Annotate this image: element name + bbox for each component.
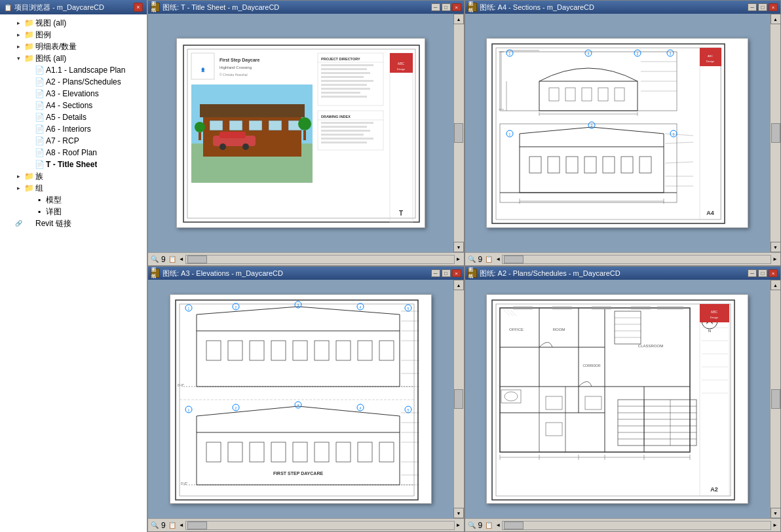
restore-elevations[interactable]: □	[442, 269, 451, 277]
scroll-down-title-sheet[interactable]: ▼	[453, 242, 464, 252]
scroll-right-plans[interactable]: ►	[772, 522, 778, 528]
sidebar-item-families[interactable]: ▸ 📁 族	[0, 170, 147, 182]
sidebar-item-views[interactable]: ▸ 📁 视图 (all)	[0, 17, 147, 29]
restore-plans[interactable]: □	[758, 269, 767, 277]
close-sections[interactable]: ×	[769, 3, 778, 11]
svg-text:Highland Crossing: Highland Crossing	[219, 66, 252, 69]
restore-title-sheet[interactable]: □	[442, 3, 451, 11]
toggle-sheets[interactable]: ▾	[13, 53, 24, 64]
sidebar-item-legends[interactable]: ▸ 📁 图例	[0, 29, 147, 41]
svg-rect-149	[336, 442, 351, 462]
scroll-left-plans[interactable]: ◄	[495, 522, 501, 528]
sidebar-item-a8[interactable]: 📄 A8 - Roof Plan	[0, 147, 147, 159]
titlebar-title-sheet: 图纸 图纸: T - Title Sheet - m_DaycareCD ─ □…	[148, 1, 464, 14]
sidebar-item-a3[interactable]: 📄 A3 - Elevations	[0, 88, 147, 100]
scroll-right-title-sheet[interactable]: ►	[456, 256, 461, 262]
scroll-right-elevations[interactable]: ►	[456, 522, 461, 528]
scroll-thumb-h-elevations[interactable]	[187, 522, 207, 529]
scroll-down-sections[interactable]: ▼	[771, 242, 781, 252]
scroll-track-h-sections[interactable]	[502, 255, 771, 264]
window-controls-plans: ─ □ ×	[748, 269, 778, 277]
svg-text:Design: Design	[710, 316, 718, 319]
svg-text:ABC: ABC	[711, 310, 718, 314]
scroll-left-elevations[interactable]: ◄	[179, 522, 184, 528]
scrollbar-h-sections[interactable]: ◄ ►	[495, 255, 778, 264]
sidebar-item-a6[interactable]: 📄 A6 - Interiors	[0, 123, 147, 135]
toggle-views[interactable]: ▸	[13, 18, 24, 28]
toggle-schedules[interactable]: ▸	[13, 41, 24, 52]
sidebar-item-a1[interactable]: 📄 A1.1 - Landscape Plan	[0, 64, 147, 76]
svg-text:N: N	[708, 329, 711, 333]
restore-sections[interactable]: □	[758, 3, 767, 11]
svg-point-189	[505, 392, 518, 401]
svg-rect-14	[249, 121, 262, 130]
scroll-thumb-h-title-sheet[interactable]	[187, 256, 207, 263]
sidebar-item-a2[interactable]: 📄 A2 - Plans/Schedules	[0, 76, 147, 88]
canvas-elevations[interactable]: 1 2 3 4 5	[148, 280, 453, 518]
toggle-families[interactable]: ▸	[13, 171, 24, 181]
scroll-down-elevations[interactable]: ▼	[453, 508, 464, 518]
sidebar-item-a5[interactable]: 📄 A5 - Details	[0, 111, 147, 123]
scroll-thumb-h-plans[interactable]	[504, 522, 524, 529]
scroll-thumb-h-sections[interactable]	[504, 256, 524, 263]
svg-rect-145	[250, 442, 264, 462]
scrollbar-v-plans[interactable]: ▲ ▼	[770, 280, 780, 518]
scroll-right-sections[interactable]: ►	[772, 256, 778, 262]
sheet-icon-a5: 📄	[34, 112, 45, 123]
close-plans[interactable]: ×	[769, 269, 778, 277]
minimize-sections[interactable]: ─	[748, 3, 757, 11]
toggle-legends[interactable]: ▸	[13, 29, 24, 40]
close-elevations[interactable]: ×	[452, 269, 461, 277]
scrollbar-v-sections[interactable]: ▲ ▼	[770, 14, 780, 252]
minimize-title-sheet[interactable]: ─	[431, 3, 440, 11]
sidebar-item-a4[interactable]: 📄 A4 - Sections	[0, 100, 147, 111]
svg-rect-190	[546, 396, 562, 409]
scroll-thumb-title-sheet[interactable]	[454, 123, 463, 143]
minimize-elevations[interactable]: ─	[431, 269, 440, 277]
sidebar-item-details[interactable]: ▪ 详图	[0, 206, 147, 218]
svg-text:1: 1	[509, 132, 511, 136]
toggle-groups[interactable]: ▸	[13, 183, 24, 193]
scroll-thumb-plans[interactable]	[771, 389, 780, 409]
sidebar-close-button[interactable]: ×	[134, 3, 143, 12]
close-title-sheet[interactable]: ×	[452, 3, 461, 11]
sidebar-item-models[interactable]: ▪ 模型	[0, 194, 147, 206]
svg-rect-116	[271, 341, 286, 360]
sidebar-item-revit-link[interactable]: 🔗 Revit 链接	[0, 218, 147, 229]
sidebar-item-t-title[interactable]: 📄 T - Title Sheet	[0, 159, 147, 170]
svg-text:CORRIDOR: CORRIDOR	[583, 364, 601, 368]
svg-rect-55	[549, 88, 559, 101]
scroll-up-sections[interactable]: ▲	[771, 14, 781, 24]
toggle-models	[24, 195, 34, 205]
scroll-down-plans[interactable]: ▼	[771, 508, 781, 518]
canvas-sections[interactable]: 1 2 3 4	[465, 14, 771, 252]
scroll-thumb-elevations[interactable]	[454, 389, 463, 409]
scrollbar-h-plans[interactable]: ◄ ►	[495, 521, 778, 530]
sidebar-item-schedules[interactable]: ▸ 📁 明细表/数量	[0, 41, 147, 52]
label-legends: 图例	[35, 29, 51, 41]
minimize-plans[interactable]: ─	[748, 269, 757, 277]
scroll-track-h-plans[interactable]	[502, 521, 771, 530]
scroll-left-sections[interactable]: ◄	[495, 256, 501, 262]
svg-text:2: 2	[235, 406, 237, 410]
scroll-track-h-title-sheet[interactable]	[185, 255, 455, 264]
scrollbar-v-elevations[interactable]: ▲ ▼	[453, 280, 464, 518]
scrollbar-h-title-sheet[interactable]: ◄ ►	[179, 255, 461, 264]
canvas-title-sheet[interactable]: 👤 First Step Daycare Highland Crossing ©…	[148, 14, 453, 252]
scroll-up-title-sheet[interactable]: ▲	[453, 14, 464, 24]
scroll-up-plans[interactable]: ▲	[771, 280, 781, 290]
folder-icon-schedules: 📁	[24, 41, 34, 52]
toggle-a3	[24, 88, 34, 99]
scroll-track-h-elevations[interactable]	[185, 521, 455, 530]
sidebar-item-groups[interactable]: ▸ 📁 组	[0, 182, 147, 194]
scroll-up-elevations[interactable]: ▲	[453, 280, 464, 290]
scrollbar-v-title-sheet[interactable]: ▲ ▼	[453, 14, 464, 252]
canvas-plans[interactable]: OFFICE ROOM CORRIDOR CLASSROOM N ABC	[465, 280, 771, 518]
sidebar-item-sheets[interactable]: ▾ 📁 图纸 (all)	[0, 52, 147, 64]
scrollbar-h-elevations[interactable]: ◄ ►	[179, 521, 461, 530]
svg-rect-142	[197, 432, 400, 485]
scroll-left-title-sheet[interactable]: ◄	[179, 256, 184, 262]
svg-rect-87	[603, 157, 615, 173]
sidebar-item-a7[interactable]: 📄 A7 - RCP	[0, 135, 147, 147]
scroll-thumb-sections[interactable]	[771, 123, 780, 143]
